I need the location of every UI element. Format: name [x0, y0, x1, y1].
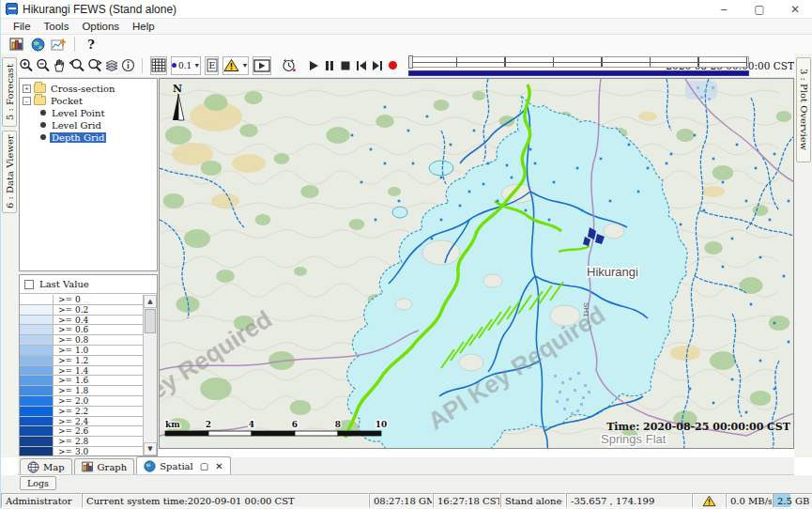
menu-help[interactable]: Help: [126, 21, 161, 32]
map-svg: N Hikurangi SH1 Springs Flat API Key Req…: [160, 79, 794, 449]
pause-button[interactable]: [323, 56, 337, 75]
tab-plot-overview[interactable]: 3 : Plot Overview: [796, 57, 811, 162]
warning-triangle-icon: [223, 58, 239, 72]
logs-button[interactable]: Logs: [20, 476, 56, 490]
legend-row[interactable]: >= 2.4: [20, 417, 143, 427]
tree-item-pocket[interactable]: - Pocket: [20, 95, 157, 106]
right-tab-strip: 3 : Plot Overview: [794, 54, 812, 457]
movie-export-button[interactable]: [253, 56, 271, 75]
globe-icon: [31, 38, 45, 52]
tree-item-label[interactable]: Level Point: [50, 108, 107, 118]
help-button[interactable]: ?: [81, 36, 101, 53]
record-button[interactable]: [386, 56, 400, 75]
chevron-down-icon: ▼: [193, 62, 200, 69]
go-to-start-button[interactable]: [355, 56, 369, 75]
go-to-end-button[interactable]: [370, 56, 384, 75]
thresholds-dropdown[interactable]: ▼: [222, 56, 249, 75]
pan-button[interactable]: [53, 56, 67, 75]
time-slider-track[interactable]: [408, 56, 749, 68]
tree-item-level-grid[interactable]: Level Grid: [20, 119, 157, 131]
legend-row[interactable]: >= 2.6: [20, 426, 143, 437]
legend-row[interactable]: >= 0.8: [20, 335, 143, 346]
explorer-chart-button[interactable]: [7, 36, 27, 53]
tab-map[interactable]: Map: [20, 458, 72, 474]
legend-color-swatch: [20, 316, 54, 325]
tab-close-icon[interactable]: ✕: [215, 461, 222, 471]
status-network: 0.0 MB/s: [726, 493, 773, 508]
legend-color-swatch: [20, 396, 54, 406]
legend-row-label: >= 1.8: [54, 386, 143, 395]
scroll-up-icon[interactable]: ▲: [144, 295, 157, 308]
tab-graph[interactable]: Graph: [74, 458, 135, 474]
minimize-button[interactable]: –: [706, 0, 742, 18]
tab-forecast[interactable]: 5 : Forecast: [2, 57, 17, 127]
legend-color-swatch: [20, 325, 54, 334]
menu-file[interactable]: File: [7, 21, 38, 32]
play-button[interactable]: [307, 56, 321, 75]
menu-options[interactable]: Options: [75, 21, 126, 32]
legend-row[interactable]: >= 1.6: [20, 376, 143, 386]
legend-row[interactable]: >= 3.0: [20, 447, 143, 455]
legend-row[interactable]: >= 1.8: [20, 386, 143, 396]
status-warning[interactable]: [692, 493, 726, 508]
legend-row[interactable]: >= 2.8: [20, 437, 143, 447]
legend-row[interactable]: >= 2.0: [20, 396, 143, 407]
tree-item-label[interactable]: Pocket: [49, 96, 84, 106]
chevron-down-icon: ▼: [241, 62, 248, 69]
legend-row[interactable]: >= 2.2: [20, 407, 143, 417]
map-toolbar: 0.1 ▼ E ▼: [18, 54, 794, 78]
tree-item-level-point[interactable]: Level Point: [20, 107, 157, 118]
zoom-in-button[interactable]: [19, 56, 34, 75]
layers-button[interactable]: [104, 56, 119, 75]
classification-dropdown[interactable]: 0.1 ▼: [171, 56, 201, 75]
map-globe-button[interactable]: [27, 36, 48, 53]
map-canvas[interactable]: N Hikurangi SH1 Springs Flat API Key Req…: [159, 78, 794, 449]
legend-row[interactable]: >= 1.2: [20, 356, 143, 366]
tree-item-label-selected[interactable]: Depth Grid: [50, 132, 106, 143]
svg-text:10: 10: [375, 420, 388, 429]
hand-pan-icon: [53, 58, 67, 73]
maximize-button[interactable]: ▢: [742, 0, 777, 18]
legend-row[interactable]: >= 1.4: [20, 366, 143, 377]
stop-button[interactable]: [339, 56, 353, 75]
tree-item-cross-section[interactable]: + Cross-section: [20, 83, 157, 94]
tree-item-depth-grid[interactable]: Depth Grid: [20, 131, 157, 143]
menu-tools[interactable]: Tools: [38, 21, 76, 32]
legend-color-swatch: [20, 305, 54, 315]
tab-spatial[interactable]: Spatial ▢ ✕: [136, 456, 230, 474]
expand-icon[interactable]: +: [23, 85, 31, 93]
close-button[interactable]: ✕: [777, 0, 812, 18]
tab-maximize-icon[interactable]: ▢: [200, 461, 208, 471]
tree-item-label[interactable]: Cross-section: [49, 84, 116, 94]
collapse-icon[interactable]: -: [23, 97, 31, 105]
window-title: Hikurangi FEWS (Stand alone): [23, 3, 176, 16]
left-panel: + Cross-section - Pocket Level Point Lev…: [18, 78, 159, 457]
zoom-next-button[interactable]: [86, 56, 102, 75]
legend-row-label: >= 1.0: [54, 346, 143, 355]
play-icon: [309, 60, 319, 71]
legend-row[interactable]: >= 0.6: [20, 325, 143, 335]
animation-settings-button[interactable]: [281, 56, 297, 75]
label-toggle-button[interactable]: E: [205, 56, 219, 75]
warning-triangle-icon: [702, 495, 716, 507]
legend-row[interactable]: >= 0.4: [20, 316, 143, 326]
time-slider-handle[interactable]: [408, 55, 413, 69]
info-button[interactable]: [121, 56, 135, 75]
time-slider[interactable]: [408, 55, 661, 76]
tab-data-viewer[interactable]: 6 : Data Viewer: [2, 131, 17, 213]
legend-scrollbar[interactable]: ▲ ▼: [143, 295, 157, 455]
status-system-time: Current system time:2020-09-01 00:00 CST: [82, 493, 369, 508]
legend-row[interactable]: >= 0: [20, 295, 143, 305]
zoom-previous-button[interactable]: [69, 56, 84, 75]
scroll-down-icon[interactable]: ▼: [144, 442, 157, 455]
legend-row[interactable]: >= 0.2: [20, 305, 143, 316]
layers-icon: [104, 59, 119, 72]
timeseries-button[interactable]: [48, 36, 69, 53]
grid-toggle-button[interactable]: [150, 56, 167, 75]
legend-row[interactable]: >= 1.0: [20, 346, 143, 356]
last-value-checkbox[interactable]: [24, 280, 34, 289]
legend-row-label: >= 2.0: [54, 396, 143, 406]
tree-item-label[interactable]: Level Grid: [50, 120, 103, 131]
scrollbar-thumb[interactable]: [145, 309, 156, 333]
zoom-out-button[interactable]: [36, 56, 51, 75]
